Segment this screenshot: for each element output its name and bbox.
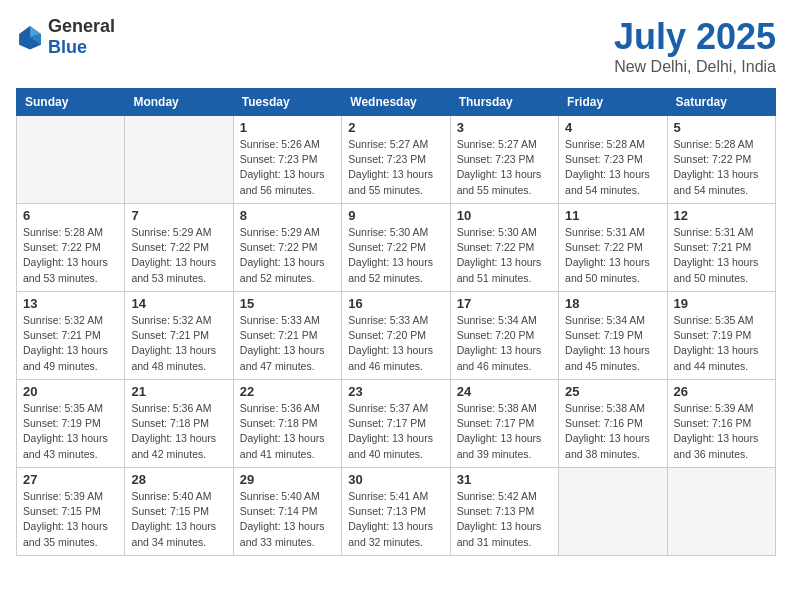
day-number: 12 bbox=[674, 208, 769, 223]
day-info: Sunrise: 5:36 AMSunset: 7:18 PMDaylight:… bbox=[240, 401, 335, 462]
day-cell: 16Sunrise: 5:33 AMSunset: 7:20 PMDayligh… bbox=[342, 292, 450, 380]
day-cell: 12Sunrise: 5:31 AMSunset: 7:21 PMDayligh… bbox=[667, 204, 775, 292]
day-cell: 4Sunrise: 5:28 AMSunset: 7:23 PMDaylight… bbox=[559, 116, 667, 204]
calendar-table: SundayMondayTuesdayWednesdayThursdayFrid… bbox=[16, 88, 776, 556]
logo-blue: Blue bbox=[48, 37, 87, 57]
day-info: Sunrise: 5:32 AMSunset: 7:21 PMDaylight:… bbox=[23, 313, 118, 374]
day-cell: 30Sunrise: 5:41 AMSunset: 7:13 PMDayligh… bbox=[342, 468, 450, 556]
day-number: 31 bbox=[457, 472, 552, 487]
day-number: 2 bbox=[348, 120, 443, 135]
day-number: 29 bbox=[240, 472, 335, 487]
day-info: Sunrise: 5:31 AMSunset: 7:22 PMDaylight:… bbox=[565, 225, 660, 286]
day-number: 7 bbox=[131, 208, 226, 223]
day-info: Sunrise: 5:38 AMSunset: 7:17 PMDaylight:… bbox=[457, 401, 552, 462]
calendar-header: SundayMondayTuesdayWednesdayThursdayFrid… bbox=[17, 89, 776, 116]
day-cell: 3Sunrise: 5:27 AMSunset: 7:23 PMDaylight… bbox=[450, 116, 558, 204]
day-cell: 28Sunrise: 5:40 AMSunset: 7:15 PMDayligh… bbox=[125, 468, 233, 556]
day-number: 19 bbox=[674, 296, 769, 311]
day-number: 14 bbox=[131, 296, 226, 311]
logo-general: General bbox=[48, 16, 115, 36]
day-number: 28 bbox=[131, 472, 226, 487]
week-row-5: 27Sunrise: 5:39 AMSunset: 7:15 PMDayligh… bbox=[17, 468, 776, 556]
day-number: 26 bbox=[674, 384, 769, 399]
day-number: 3 bbox=[457, 120, 552, 135]
calendar-body: 1Sunrise: 5:26 AMSunset: 7:23 PMDaylight… bbox=[17, 116, 776, 556]
day-cell: 26Sunrise: 5:39 AMSunset: 7:16 PMDayligh… bbox=[667, 380, 775, 468]
title-section: July 2025 New Delhi, Delhi, India bbox=[614, 16, 776, 76]
day-info: Sunrise: 5:31 AMSunset: 7:21 PMDaylight:… bbox=[674, 225, 769, 286]
day-info: Sunrise: 5:28 AMSunset: 7:22 PMDaylight:… bbox=[23, 225, 118, 286]
day-number: 6 bbox=[23, 208, 118, 223]
week-row-4: 20Sunrise: 5:35 AMSunset: 7:19 PMDayligh… bbox=[17, 380, 776, 468]
day-info: Sunrise: 5:34 AMSunset: 7:19 PMDaylight:… bbox=[565, 313, 660, 374]
day-info: Sunrise: 5:42 AMSunset: 7:13 PMDaylight:… bbox=[457, 489, 552, 550]
day-cell: 31Sunrise: 5:42 AMSunset: 7:13 PMDayligh… bbox=[450, 468, 558, 556]
day-number: 11 bbox=[565, 208, 660, 223]
day-cell bbox=[667, 468, 775, 556]
weekday-header-row: SundayMondayTuesdayWednesdayThursdayFrid… bbox=[17, 89, 776, 116]
day-info: Sunrise: 5:40 AMSunset: 7:14 PMDaylight:… bbox=[240, 489, 335, 550]
day-cell: 10Sunrise: 5:30 AMSunset: 7:22 PMDayligh… bbox=[450, 204, 558, 292]
logo-icon bbox=[16, 23, 44, 51]
day-cell: 1Sunrise: 5:26 AMSunset: 7:23 PMDaylight… bbox=[233, 116, 341, 204]
day-cell: 19Sunrise: 5:35 AMSunset: 7:19 PMDayligh… bbox=[667, 292, 775, 380]
day-info: Sunrise: 5:27 AMSunset: 7:23 PMDaylight:… bbox=[457, 137, 552, 198]
day-number: 22 bbox=[240, 384, 335, 399]
day-number: 25 bbox=[565, 384, 660, 399]
day-info: Sunrise: 5:35 AMSunset: 7:19 PMDaylight:… bbox=[674, 313, 769, 374]
day-cell: 7Sunrise: 5:29 AMSunset: 7:22 PMDaylight… bbox=[125, 204, 233, 292]
weekday-header-tuesday: Tuesday bbox=[233, 89, 341, 116]
day-number: 21 bbox=[131, 384, 226, 399]
day-cell: 17Sunrise: 5:34 AMSunset: 7:20 PMDayligh… bbox=[450, 292, 558, 380]
day-info: Sunrise: 5:29 AMSunset: 7:22 PMDaylight:… bbox=[240, 225, 335, 286]
week-row-3: 13Sunrise: 5:32 AMSunset: 7:21 PMDayligh… bbox=[17, 292, 776, 380]
day-cell: 11Sunrise: 5:31 AMSunset: 7:22 PMDayligh… bbox=[559, 204, 667, 292]
month-title: July 2025 bbox=[614, 16, 776, 58]
day-cell: 20Sunrise: 5:35 AMSunset: 7:19 PMDayligh… bbox=[17, 380, 125, 468]
day-number: 18 bbox=[565, 296, 660, 311]
day-info: Sunrise: 5:34 AMSunset: 7:20 PMDaylight:… bbox=[457, 313, 552, 374]
logo-text: General Blue bbox=[48, 16, 115, 58]
day-info: Sunrise: 5:29 AMSunset: 7:22 PMDaylight:… bbox=[131, 225, 226, 286]
day-info: Sunrise: 5:33 AMSunset: 7:20 PMDaylight:… bbox=[348, 313, 443, 374]
day-number: 15 bbox=[240, 296, 335, 311]
day-cell: 21Sunrise: 5:36 AMSunset: 7:18 PMDayligh… bbox=[125, 380, 233, 468]
day-number: 9 bbox=[348, 208, 443, 223]
day-number: 4 bbox=[565, 120, 660, 135]
weekday-header-thursday: Thursday bbox=[450, 89, 558, 116]
day-info: Sunrise: 5:35 AMSunset: 7:19 PMDaylight:… bbox=[23, 401, 118, 462]
day-cell bbox=[559, 468, 667, 556]
day-number: 27 bbox=[23, 472, 118, 487]
day-info: Sunrise: 5:28 AMSunset: 7:22 PMDaylight:… bbox=[674, 137, 769, 198]
day-cell: 27Sunrise: 5:39 AMSunset: 7:15 PMDayligh… bbox=[17, 468, 125, 556]
day-number: 16 bbox=[348, 296, 443, 311]
location: New Delhi, Delhi, India bbox=[614, 58, 776, 76]
day-info: Sunrise: 5:27 AMSunset: 7:23 PMDaylight:… bbox=[348, 137, 443, 198]
weekday-header-sunday: Sunday bbox=[17, 89, 125, 116]
day-cell: 24Sunrise: 5:38 AMSunset: 7:17 PMDayligh… bbox=[450, 380, 558, 468]
day-cell: 13Sunrise: 5:32 AMSunset: 7:21 PMDayligh… bbox=[17, 292, 125, 380]
weekday-header-saturday: Saturday bbox=[667, 89, 775, 116]
day-number: 24 bbox=[457, 384, 552, 399]
day-cell: 2Sunrise: 5:27 AMSunset: 7:23 PMDaylight… bbox=[342, 116, 450, 204]
day-number: 17 bbox=[457, 296, 552, 311]
page-header: General Blue July 2025 New Delhi, Delhi,… bbox=[16, 16, 776, 76]
day-info: Sunrise: 5:40 AMSunset: 7:15 PMDaylight:… bbox=[131, 489, 226, 550]
day-info: Sunrise: 5:26 AMSunset: 7:23 PMDaylight:… bbox=[240, 137, 335, 198]
weekday-header-wednesday: Wednesday bbox=[342, 89, 450, 116]
day-info: Sunrise: 5:36 AMSunset: 7:18 PMDaylight:… bbox=[131, 401, 226, 462]
day-info: Sunrise: 5:30 AMSunset: 7:22 PMDaylight:… bbox=[457, 225, 552, 286]
day-cell: 9Sunrise: 5:30 AMSunset: 7:22 PMDaylight… bbox=[342, 204, 450, 292]
day-info: Sunrise: 5:28 AMSunset: 7:23 PMDaylight:… bbox=[565, 137, 660, 198]
day-info: Sunrise: 5:41 AMSunset: 7:13 PMDaylight:… bbox=[348, 489, 443, 550]
day-cell: 18Sunrise: 5:34 AMSunset: 7:19 PMDayligh… bbox=[559, 292, 667, 380]
weekday-header-monday: Monday bbox=[125, 89, 233, 116]
week-row-1: 1Sunrise: 5:26 AMSunset: 7:23 PMDaylight… bbox=[17, 116, 776, 204]
day-number: 1 bbox=[240, 120, 335, 135]
day-cell: 5Sunrise: 5:28 AMSunset: 7:22 PMDaylight… bbox=[667, 116, 775, 204]
day-number: 20 bbox=[23, 384, 118, 399]
day-cell: 6Sunrise: 5:28 AMSunset: 7:22 PMDaylight… bbox=[17, 204, 125, 292]
day-info: Sunrise: 5:39 AMSunset: 7:15 PMDaylight:… bbox=[23, 489, 118, 550]
day-info: Sunrise: 5:33 AMSunset: 7:21 PMDaylight:… bbox=[240, 313, 335, 374]
day-number: 30 bbox=[348, 472, 443, 487]
